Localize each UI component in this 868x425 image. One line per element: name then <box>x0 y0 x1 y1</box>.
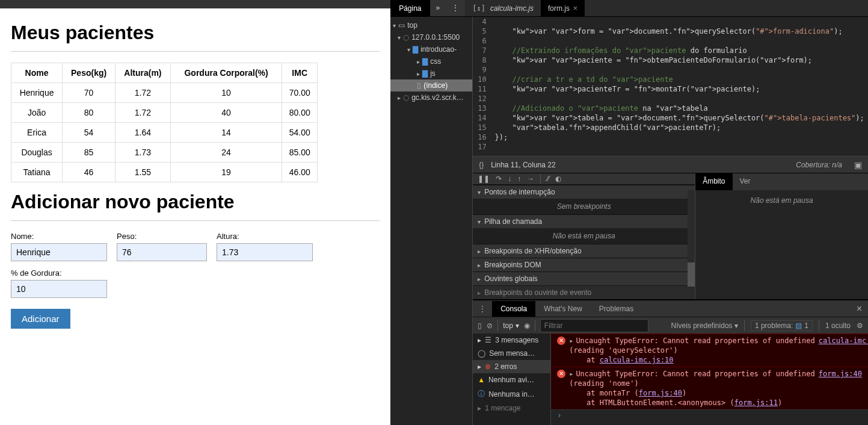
filter-user[interactable]: ◯Sem mensa… <box>473 347 550 360</box>
filter-messages[interactable]: ▸☰3 mensagens <box>473 333 550 347</box>
callstack-empty: Não está em pausa <box>473 228 695 244</box>
cloud-icon: ◌ <box>403 93 409 102</box>
table-cell: João <box>11 103 63 123</box>
table-header: IMC <box>282 63 318 83</box>
tabs-overflow-icon[interactable]: » <box>430 0 446 16</box>
levels-dropdown[interactable]: Níveis predefinidos ▾ <box>671 321 738 330</box>
tree-folder-js[interactable]: ▸▇js <box>390 67 472 79</box>
file-icon: [↕] <box>472 4 485 13</box>
table-row: Tatiana461.551946.00 <box>11 163 318 182</box>
section-dom-bp[interactable]: ▸Breakpoints DOM <box>473 258 695 271</box>
context-selector[interactable]: top▾ <box>503 321 519 330</box>
table-cell: 46.00 <box>282 163 318 182</box>
kebab-menu-icon[interactable]: ⋮ <box>446 0 465 16</box>
tab-whatsnew[interactable]: What's New <box>535 301 591 317</box>
pause-icon[interactable]: ❚❚ <box>478 175 490 183</box>
file-tab-form[interactable]: form.js× <box>541 0 585 16</box>
error-icon: ⊗ <box>485 362 491 371</box>
table-cell: 1.64 <box>115 123 171 143</box>
stack-link[interactable]: form.js:40 <box>639 389 682 397</box>
clear-console-icon[interactable]: ⊘ <box>487 321 493 330</box>
code-editor[interactable]: 4567891011121314151617 "kw">var "var">fo… <box>473 17 868 157</box>
devtools-panel: Página » ⋮ [↕]calcula-imc.js form.js× ▾▭… <box>390 0 868 425</box>
console-filter-input[interactable] <box>540 319 648 332</box>
table-cell: 1.55 <box>115 163 171 182</box>
tree-host[interactable]: ▾◌127.0.0.1:5500 <box>390 31 472 43</box>
table-row: João801.724080.00 <box>11 103 318 123</box>
table-cell: Henrique <box>11 83 63 103</box>
kebab-menu-icon[interactable]: ⋮ <box>473 305 492 313</box>
table-row: Erica541.641454.00 <box>11 123 318 143</box>
section-event-bp[interactable]: ▸Breakpoints do ouvinte de evento <box>473 285 695 299</box>
table-cell: 80 <box>63 103 115 123</box>
section-callstack[interactable]: ▾Pilha de chamada <box>473 214 695 228</box>
debug-left-panel: ❚❚ ↷ ↓ ↑ → ⁄⁄ ◐ ▾Pontos de interrupção S… <box>473 173 695 299</box>
deactivate-bp-icon[interactable]: ⁄⁄ <box>547 175 549 183</box>
step-into-icon[interactable]: ↓ <box>508 175 511 183</box>
info-icon: ⓘ <box>478 389 485 399</box>
filter-one[interactable]: ▸1 mencage <box>473 402 550 415</box>
section-breakpoints[interactable]: ▾Pontos de interrupção <box>473 185 695 199</box>
console-error-1[interactable]: ✕ Uncaught TypeError: Cannot read proper… <box>551 333 868 367</box>
filter-errors[interactable]: ▸⊗2 erros <box>473 360 550 373</box>
stack-link[interactable]: calcula-imc.js:10 <box>600 356 674 364</box>
step-out-icon[interactable]: ↑ <box>517 175 521 183</box>
folder-icon: ▇ <box>422 69 428 78</box>
sidebar-toggle-icon[interactable]: ▯ <box>478 321 482 330</box>
table-cell: 54.00 <box>282 123 318 143</box>
console-sidebar: ▸☰3 mensagens ◯Sem mensa… ▸⊗2 erros ▲Nen… <box>473 333 551 425</box>
tree-folder-css[interactable]: ▸▇css <box>390 55 472 67</box>
table-cell: 70 <box>63 83 115 103</box>
table-cell: Tatiana <box>11 163 63 182</box>
table-row: Henrique701.721070.00 <box>11 83 318 103</box>
tab-pagina[interactable]: Página <box>390 0 429 16</box>
source-link[interactable]: form.js:40 <box>819 369 862 408</box>
step-icon[interactable]: → <box>527 175 534 183</box>
console-error-2[interactable]: ✕ Uncaught TypeError: Cannot read proper… <box>551 367 868 409</box>
step-over-icon[interactable]: ↷ <box>496 175 502 183</box>
tree-folder-root[interactable]: ▾▇introducao- <box>390 43 472 55</box>
error-icon: ✕ <box>557 370 565 378</box>
filter-warnings[interactable]: ▲Nenhum avi… <box>473 373 550 386</box>
input-gordura[interactable] <box>11 280 107 298</box>
tree-file-indice[interactable]: ▯(índice) <box>390 79 472 92</box>
add-button[interactable]: Adicionar <box>11 309 70 329</box>
tree-top[interactable]: ▾▭top <box>390 19 472 31</box>
hidden-count: 1 oculto <box>825 321 851 330</box>
section-xhr-bp[interactable]: ▸Breakpoints de XHR/obtenção <box>473 244 695 258</box>
stack-link[interactable]: form.js:11 <box>734 399 778 407</box>
filter-info[interactable]: ⓘNenhuma in… <box>473 386 550 402</box>
gear-icon[interactable]: ⚙ <box>857 321 863 330</box>
source-link[interactable]: calcula-imc.js:10 <box>819 336 868 365</box>
console-prompt[interactable]: › <box>551 409 868 421</box>
tree-gc[interactable]: ▸◌gc.kis.v2.scr.k… <box>390 92 472 104</box>
file-tab-calcula-imc[interactable]: [↕]calcula-imc.js <box>465 0 541 16</box>
breakpoints-empty: Sem breakpoints <box>473 199 695 214</box>
table-cell: 1.73 <box>115 143 171 163</box>
scrollbar[interactable] <box>688 190 695 299</box>
tab-scope[interactable]: Âmbito <box>695 173 732 190</box>
eye-icon[interactable]: ◉ <box>524 321 530 330</box>
tab-problems[interactable]: Problemas <box>591 301 642 317</box>
close-icon[interactable]: × <box>851 303 868 314</box>
table-header: Nome <box>11 63 63 83</box>
pause-on-exceptions-icon[interactable]: ◐ <box>555 175 561 183</box>
problems-badge[interactable]: 1 problema: ▤ 1 <box>751 320 813 331</box>
close-icon[interactable]: × <box>573 4 577 13</box>
folder-icon: ▇ <box>422 57 428 66</box>
tab-console[interactable]: Consola <box>492 301 535 317</box>
issue-icon: ▤ <box>795 321 802 330</box>
input-altura[interactable] <box>217 243 313 261</box>
table-cell: Douglas <box>11 143 63 163</box>
table-cell: Erica <box>11 123 63 143</box>
user-icon: ◯ <box>478 349 485 358</box>
divider <box>11 51 380 52</box>
table-cell: 14 <box>170 123 282 143</box>
table-cell: 10 <box>170 83 282 103</box>
input-nome[interactable] <box>11 243 107 261</box>
collapse-icon[interactable]: ▣ <box>854 160 862 170</box>
tab-watch[interactable]: Ver <box>733 173 758 190</box>
input-peso[interactable] <box>117 243 207 261</box>
table-cell: 70.00 <box>282 83 318 103</box>
section-globals[interactable]: ▸Ouvintes globais <box>473 271 695 285</box>
